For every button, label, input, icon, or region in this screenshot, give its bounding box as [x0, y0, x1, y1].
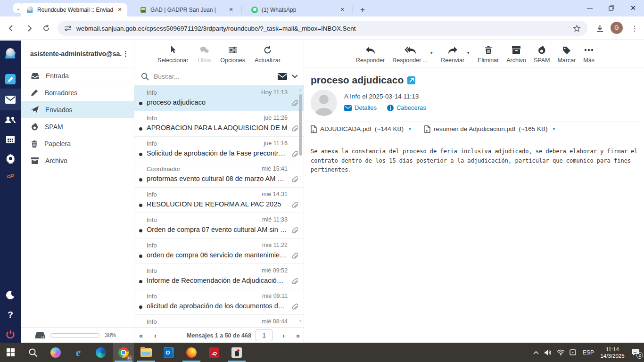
message-row[interactable]: Infomié 09:11 olicitud de aprobación de …	[134, 289, 304, 315]
message-row[interactable]: InfoHoy 11:13 proceso adjudicaco	[134, 86, 304, 111]
account-menu-icon[interactable]: ⋮	[122, 49, 129, 58]
forward-caret-icon[interactable]: ▼	[466, 51, 470, 55]
message-row[interactable]: Infomié 09:52 Informe de Recomendación d…	[134, 264, 304, 289]
dark-mode-moon-icon[interactable]	[0, 286, 21, 304]
recipient-link[interactable]: Info	[350, 93, 361, 100]
select-label: Seleccionar	[157, 57, 188, 64]
window-close-button[interactable]: ✕	[622, 0, 644, 16]
more-button[interactable]: Más	[583, 45, 594, 64]
taskbar-search-icon[interactable]	[23, 343, 43, 362]
site-info-icon[interactable]	[64, 25, 72, 32]
search-input[interactable]	[154, 73, 273, 80]
compose-button[interactable]	[0, 70, 21, 89]
message-row[interactable]: Infojue 11:26 APROBACION PARA LA ADQUISI…	[134, 111, 304, 137]
folder-panel: asistente-administrativo@sa... ⋮ Entrada…	[21, 41, 134, 343]
folder-spam[interactable]: SPAM	[21, 118, 134, 135]
folder-sent[interactable]: Enviados	[21, 101, 134, 118]
chrome-taskbar-icon[interactable]: G	[113, 343, 134, 362]
list-scrollbar[interactable]: ▲ ▼	[298, 88, 303, 324]
settings-gear-icon[interactable]	[0, 149, 21, 168]
browser-profile-avatar[interactable]: G	[611, 22, 623, 34]
search-options-chevron-icon[interactable]	[292, 74, 298, 78]
firefox-icon[interactable]	[181, 343, 202, 362]
delete-button[interactable]: Eliminar	[478, 45, 499, 64]
folder-inbox[interactable]: Entrada	[21, 67, 134, 84]
volume-icon[interactable]	[542, 349, 554, 356]
language-indicator[interactable]: ESP	[579, 349, 598, 356]
attachment-item[interactable]: resumen de Adjudicacion.pdf (~165 KB) ▼	[424, 125, 556, 133]
reload-button[interactable]	[41, 23, 52, 34]
options-button[interactable]: Opciones	[220, 45, 245, 64]
browser-menu-icon[interactable]: ⋮	[629, 23, 640, 34]
tab-roundcube[interactable]: Roundcube Webmail :: Enviados ✕	[21, 3, 127, 16]
file-explorer-icon[interactable]	[136, 343, 157, 362]
message-row[interactable]: Infomié 08:44	[134, 315, 304, 327]
search-scope-mail-icon[interactable]	[278, 73, 287, 80]
mail-nav-icon[interactable]	[0, 89, 21, 110]
copilot-icon[interactable]	[45, 343, 66, 362]
gad-favicon	[140, 6, 147, 14]
folder-trash[interactable]: Papelera	[21, 135, 134, 152]
forward-button[interactable]: Reenviar	[441, 45, 464, 64]
new-tab-button[interactable]: +	[356, 4, 369, 16]
reply-all-caret-icon[interactable]: ▼	[429, 51, 433, 55]
forward-button[interactable]	[24, 23, 35, 34]
next-page-button[interactable]: ›	[282, 328, 285, 343]
threads-button[interactable]: Hilos	[198, 45, 211, 64]
attachment-menu-caret-icon[interactable]: ▼	[408, 127, 412, 132]
help-icon[interactable]: ?	[0, 305, 21, 324]
date: mié 14:31	[262, 191, 288, 198]
cpanel-logo[interactable]: cP	[0, 167, 21, 186]
calendar-nav-icon[interactable]	[0, 130, 21, 148]
attachment-clip-icon	[291, 150, 298, 158]
scroll-up-icon[interactable]: ▲	[298, 88, 303, 92]
tab-close-icon[interactable]: ✕	[339, 6, 346, 14]
headers-toggle[interactable]: Cabeceras	[387, 104, 426, 111]
refresh-button[interactable]: Actualizar	[255, 45, 281, 64]
tab-whatsapp[interactable]: (1) WhatsApp ✕	[245, 3, 350, 16]
start-button[interactable]	[0, 343, 21, 362]
download-icon[interactable]	[594, 23, 605, 34]
back-button[interactable]	[6, 23, 17, 34]
outlook-icon[interactable]	[158, 343, 179, 362]
message-row[interactable]: Infojue 11:16 Solicitud de aprobación de…	[134, 137, 304, 162]
window-restore-button[interactable]	[601, 0, 622, 16]
message-row[interactable]: Coordinadormié 15:41 proformas evento cu…	[134, 162, 304, 188]
message-row[interactable]: Infomié 14:31 RESOLUCION DE REFORMA AL P…	[134, 188, 304, 213]
tray-expand-chevron-icon[interactable]	[530, 351, 542, 354]
folder-drafts[interactable]: Borradores	[21, 84, 134, 101]
logout-power-icon[interactable]	[0, 325, 21, 344]
details-toggle[interactable]: Detalles	[344, 104, 377, 111]
edge-icon[interactable]	[91, 343, 111, 362]
bookmark-star-icon[interactable]	[573, 25, 581, 33]
window-minimize-button[interactable]: —	[579, 0, 601, 16]
url-bar[interactable]: webmail.sanjuan.gob.ec/cpsess5096971192/…	[58, 21, 587, 36]
archive-button[interactable]: Archivo	[506, 45, 526, 64]
java-app-icon[interactable]	[226, 343, 247, 362]
notification-center-icon[interactable]: 2	[627, 349, 644, 356]
tab-close-icon[interactable]: ✕	[227, 6, 235, 14]
page-number-input[interactable]	[256, 329, 272, 341]
open-in-new-window-icon[interactable]	[407, 76, 415, 84]
internet-explorer-icon[interactable]: e	[68, 343, 89, 362]
folder-archive[interactable]: Archivo	[21, 152, 134, 169]
wifi-icon[interactable]	[554, 349, 567, 355]
message-row[interactable]: Infomié 11:33 Orden de compra 07 evento …	[134, 213, 304, 239]
message-row[interactable]: Infomié 11:22 orden de compra 06 servici…	[134, 239, 304, 264]
last-page-button[interactable]: »	[296, 328, 300, 343]
scroll-down-icon[interactable]: ▼	[298, 319, 303, 324]
select-button[interactable]: Seleccionar	[157, 45, 188, 64]
contacts-nav-icon[interactable]	[0, 110, 21, 129]
tab-close-icon[interactable]: ✕	[116, 6, 124, 14]
tab-gad[interactable]: GAD | GADPR San Juan | ✕	[134, 3, 239, 16]
acrobat-icon[interactable]	[204, 343, 224, 362]
clock[interactable]: 11:14 14/3/2025	[598, 346, 627, 359]
reply-all-button[interactable]: Responder ...	[392, 45, 428, 64]
attachment-item[interactable]: ADJUDICADA.pdf (~144 KB) ▼	[311, 125, 412, 133]
attachment-menu-caret-icon[interactable]: ▼	[552, 127, 556, 132]
spam-button[interactable]: SPAM	[534, 45, 550, 64]
scrollbar-thumb[interactable]	[299, 94, 302, 156]
reply-button[interactable]: Responder	[356, 45, 385, 64]
mark-button[interactable]: Marcar	[557, 45, 576, 64]
cast-icon[interactable]	[567, 349, 579, 355]
